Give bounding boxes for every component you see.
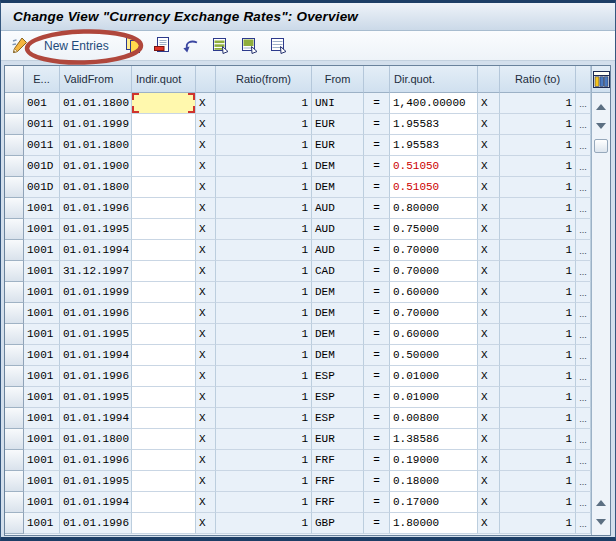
cell-from-currency[interactable]: DEM — [312, 282, 364, 303]
cell-valid-from[interactable]: 01.01.1995 — [60, 219, 132, 240]
cell-from-currency[interactable]: EUR — [312, 135, 364, 156]
cell-direct-quotation[interactable]: 1,400.00000 — [390, 93, 478, 114]
cell-ratio-from[interactable]: 1 — [216, 240, 312, 261]
row-selector[interactable] — [5, 93, 24, 114]
cell-exchange-rate-type[interactable]: 1001 — [24, 429, 60, 450]
cell-exchange-rate-type[interactable]: 001D — [24, 156, 60, 177]
cell-indirect-flag[interactable]: X — [196, 471, 216, 492]
cell-ratio-to[interactable]: 1 — [500, 135, 576, 156]
cell-direct-flag[interactable]: X — [478, 513, 500, 534]
cell-ratio-from[interactable]: 1 — [216, 114, 312, 135]
cell-ratio-to[interactable]: 1 — [500, 492, 576, 513]
display-change-button[interactable] — [9, 35, 30, 56]
cell-ratio-from[interactable]: 1 — [216, 198, 312, 219]
cell-exchange-rate-type[interactable]: 1001 — [24, 324, 60, 345]
row-selector[interactable] — [5, 114, 24, 135]
cell-indirect-flag[interactable]: X — [196, 198, 216, 219]
cell-indirect-flag[interactable]: X — [196, 219, 216, 240]
cell-exchange-rate-type[interactable]: 1001 — [24, 387, 60, 408]
header-direct-quotation[interactable]: Dir.quot. — [390, 66, 478, 93]
cell-from-currency[interactable]: AUD — [312, 219, 364, 240]
header-valid-from[interactable]: ValidFrom — [60, 66, 132, 93]
scroll-up-button[interactable] — [593, 99, 610, 114]
cell-indirect-quotation[interactable] — [132, 135, 196, 156]
cell-direct-quotation[interactable]: 0.51050 — [390, 177, 478, 198]
cell-exchange-rate-type[interactable]: 001D — [24, 177, 60, 198]
cell-ratio-from[interactable]: 1 — [216, 303, 312, 324]
row-selector[interactable] — [5, 219, 24, 240]
cell-ratio-to[interactable]: 1 — [500, 471, 576, 492]
cell-exchange-rate-type[interactable]: 1001 — [24, 366, 60, 387]
cell-ratio-to[interactable]: 1 — [500, 93, 576, 114]
cell-direct-quotation[interactable]: 0.51050 — [390, 156, 478, 177]
cell-ratio-from[interactable]: 1 — [216, 324, 312, 345]
cell-valid-from[interactable]: 01.01.1994 — [60, 492, 132, 513]
cell-indirect-quotation[interactable] — [132, 366, 196, 387]
cell-ratio-from[interactable]: 1 — [216, 366, 312, 387]
cell-from-currency[interactable]: UNI — [312, 93, 364, 114]
cell-direct-quotation[interactable]: 0.60000 — [390, 324, 478, 345]
cell-exchange-rate-type[interactable]: 1001 — [24, 261, 60, 282]
cell-exchange-rate-type[interactable]: 1001 — [24, 471, 60, 492]
cell-direct-quotation[interactable]: 1.95583 — [390, 135, 478, 156]
cell-ratio-to[interactable]: 1 — [500, 240, 576, 261]
cell-ratio-to[interactable]: 1 — [500, 345, 576, 366]
cell-ratio-to[interactable]: 1 — [500, 450, 576, 471]
cell-indirect-flag[interactable]: X — [196, 366, 216, 387]
row-selector[interactable] — [5, 156, 24, 177]
cell-indirect-quotation[interactable] — [132, 261, 196, 282]
cell-exchange-rate-type[interactable]: 1001 — [24, 303, 60, 324]
cell-indirect-flag[interactable]: X — [196, 282, 216, 303]
cell-ratio-to[interactable]: 1 — [500, 429, 576, 450]
cell-direct-quotation[interactable]: 0.70000 — [390, 240, 478, 261]
cell-valid-from[interactable]: 01.01.1995 — [60, 387, 132, 408]
cell-indirect-flag[interactable]: X — [196, 240, 216, 261]
row-selector[interactable] — [5, 366, 24, 387]
cell-direct-flag[interactable]: X — [478, 282, 500, 303]
cell-indirect-quotation[interactable] — [132, 408, 196, 429]
cell-from-currency[interactable]: DEM — [312, 156, 364, 177]
header-ratio-from[interactable]: Ratio(from) — [216, 66, 312, 93]
row-selector[interactable] — [5, 261, 24, 282]
cell-ratio-to[interactable]: 1 — [500, 177, 576, 198]
cell-exchange-rate-type[interactable]: 1001 — [24, 198, 60, 219]
cell-indirect-quotation[interactable] — [132, 387, 196, 408]
cell-exchange-rate-type[interactable]: 1001 — [24, 219, 60, 240]
row-selector[interactable] — [5, 324, 24, 345]
cell-ratio-from[interactable]: 1 — [216, 93, 312, 114]
cell-direct-flag[interactable]: X — [478, 156, 500, 177]
cell-ratio-to[interactable]: 1 — [500, 324, 576, 345]
cell-direct-quotation[interactable]: 1.95583 — [390, 114, 478, 135]
cell-valid-from[interactable]: 01.01.1800 — [60, 93, 132, 114]
table-settings-button[interactable] — [592, 66, 610, 93]
cell-indirect-quotation[interactable] — [132, 240, 196, 261]
cell-indirect-flag[interactable]: X — [196, 114, 216, 135]
cell-from-currency[interactable]: FRF — [312, 450, 364, 471]
cell-valid-from[interactable]: 01.01.1999 — [60, 282, 132, 303]
cell-from-currency[interactable]: ESP — [312, 408, 364, 429]
cell-ratio-to[interactable]: 1 — [500, 261, 576, 282]
row-selector[interactable] — [5, 198, 24, 219]
cell-indirect-quotation[interactable] — [132, 345, 196, 366]
cell-indirect-flag[interactable]: X — [196, 492, 216, 513]
cell-valid-from[interactable]: 01.01.1996 — [60, 366, 132, 387]
copy-entries-button[interactable] — [123, 35, 144, 56]
cell-exchange-rate-type[interactable]: 1001 — [24, 240, 60, 261]
cell-direct-quotation[interactable]: 0.60000 — [390, 282, 478, 303]
cell-ratio-from[interactable]: 1 — [216, 177, 312, 198]
cell-direct-flag[interactable]: X — [478, 261, 500, 282]
cell-direct-flag[interactable]: X — [478, 366, 500, 387]
cell-ratio-from[interactable]: 1 — [216, 156, 312, 177]
cell-indirect-flag[interactable]: X — [196, 156, 216, 177]
cell-direct-quotation[interactable]: 1.80000 — [390, 513, 478, 534]
cell-valid-from[interactable]: 01.01.1994 — [60, 408, 132, 429]
new-entries-button[interactable]: New Entries — [44, 39, 109, 53]
cell-indirect-quotation[interactable] — [132, 303, 196, 324]
cell-valid-from[interactable]: 01.01.1996 — [60, 450, 132, 471]
cell-ratio-from[interactable]: 1 — [216, 408, 312, 429]
cell-from-currency[interactable]: CAD — [312, 261, 364, 282]
cell-ratio-to[interactable]: 1 — [500, 219, 576, 240]
cell-direct-flag[interactable]: X — [478, 450, 500, 471]
cell-direct-quotation[interactable]: 0.17000 — [390, 492, 478, 513]
cell-ratio-from[interactable]: 1 — [216, 492, 312, 513]
